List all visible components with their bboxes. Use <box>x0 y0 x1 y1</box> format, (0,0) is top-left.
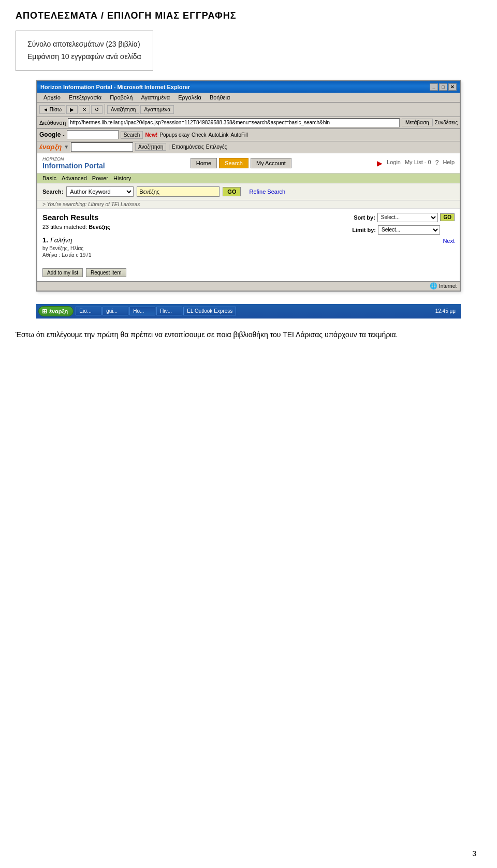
info-portal-label: Information Portal <box>42 162 105 170</box>
search-go-button[interactable]: GO <box>223 187 241 196</box>
taskbar-items: Εισ... gui... Ho... Πιν... EL Outlook Ex… <box>76 307 430 315</box>
search-type-select[interactable]: Author Keyword <box>66 186 134 197</box>
window-controls: _ □ ✕ <box>430 83 457 91</box>
login-icon: ▶ <box>377 159 383 167</box>
search-tabs: Basic Advanced Power History <box>37 173 460 183</box>
action-buttons: Add to my list Request Item <box>42 268 341 277</box>
taskbar-clock: 12:45 μμ <box>432 308 459 314</box>
limit-by-label: Limit by: <box>346 227 376 233</box>
bottom-line1: Έστω ότι επιλέγουμε την πρώτη θα πρέπει … <box>16 330 294 339</box>
menu-edit[interactable]: Επεξεργασία <box>65 93 106 102</box>
sort-select[interactable]: Select... <box>377 213 438 222</box>
results-count-query: Βενέζης <box>89 224 110 230</box>
search-label: Search: <box>42 189 63 195</box>
google-bar-sep: - <box>63 132 64 138</box>
login-link[interactable]: Login <box>387 159 401 167</box>
results-sidebar: Sort by: Select... GO Limit by: Select..… <box>346 213 455 277</box>
links-label[interactable]: Συνδέσεις <box>435 120 458 125</box>
minimize-button[interactable]: _ <box>430 83 438 91</box>
limit-row: Limit by: Select... <box>346 225 455 235</box>
address-input[interactable] <box>68 118 400 127</box>
address-bar: Διεύθυνση Μετάβαση Συνδέσεις <box>37 117 460 129</box>
home-button[interactable]: Home <box>191 158 217 168</box>
taskbar-item-5[interactable]: EL Outlook Express <box>183 307 236 315</box>
info-box: Σύνολο αποτελεσμάτων (23 βιβλία) Εμφάνισ… <box>16 31 153 71</box>
browser-window: Horizon Information Portal - Microsoft I… <box>36 80 461 292</box>
help-link[interactable]: Help <box>443 159 455 167</box>
tb-sep1 <box>105 104 105 114</box>
taskbar-item-2[interactable]: gui... <box>103 307 128 315</box>
internet-label: Internet <box>439 283 457 289</box>
add-to-list-button[interactable]: Add to my list <box>42 268 83 277</box>
taskbar-item-4[interactable]: Πιν... <box>156 307 182 315</box>
tab-basic[interactable]: Basic <box>42 175 56 181</box>
windows-logo-icon: ⊞ <box>42 308 47 315</box>
title-bar: Horizon Information Portal - Microsoft I… <box>37 81 460 93</box>
question-icon: ? <box>435 159 439 167</box>
result-number: 1. <box>42 236 48 244</box>
maximize-button[interactable]: □ <box>439 83 447 91</box>
results-main: Search Results 23 titles matched: Βενέζη… <box>42 213 341 277</box>
menu-tools[interactable]: Εργαλεία <box>174 93 206 102</box>
msn-search-input[interactable] <box>71 142 133 152</box>
msn-search-button[interactable]: Αναζήτηση <box>135 143 166 151</box>
bottom-text: Έστω ότι επιλέγουμε την πρώτη θα πρέπει … <box>16 329 481 340</box>
refresh-button[interactable]: ↺ <box>91 105 103 114</box>
refine-search-link[interactable]: Refine Search <box>249 189 285 195</box>
tab-advanced[interactable]: Advanced <box>62 175 87 181</box>
autolink-label[interactable]: AutoLink <box>208 132 228 138</box>
my-account-button[interactable]: My Account <box>251 158 291 168</box>
search-toolbar-button[interactable]: Αναζήτηση <box>107 105 139 114</box>
portal-links: ▶ Login My List - 0 ? Help <box>377 159 455 167</box>
stop-button[interactable]: ✕ <box>79 105 90 114</box>
menu-view[interactable]: Προβολή <box>106 93 137 102</box>
taskbar-item-1[interactable]: Εισ... <box>76 307 101 315</box>
google-bar: Google - Search New! Popups okay Check A… <box>37 129 460 141</box>
address-go-button[interactable]: Μετάβαση <box>402 119 433 126</box>
info-line2: Εμφάνιση 10 εγγραφών ανά σελίδα <box>27 51 141 63</box>
menu-help[interactable]: Βοήθεια <box>206 93 234 102</box>
popups-label[interactable]: Popups okay <box>159 132 189 138</box>
location-text: > You're searching: Library of TEI Laris… <box>42 201 140 207</box>
sort-by-label: Sort by: <box>346 214 375 221</box>
tab-power[interactable]: Power <box>92 175 108 181</box>
msn-logo: έναρξη <box>39 143 62 151</box>
check-label[interactable]: Check <box>192 132 206 138</box>
back-button[interactable]: ◄ Πίσω <box>39 105 65 114</box>
taskbar-item-3[interactable]: Ho... <box>129 307 155 315</box>
forward-button[interactable]: ▶ <box>66 105 78 114</box>
autofill-label[interactable]: AutoFill <box>230 132 247 138</box>
google-search-button[interactable]: Search <box>121 131 143 139</box>
sort-row: Sort by: Select... GO <box>346 213 455 222</box>
msn-bar: έναρξη ▼ Αναζήτηση | Επισημάνσεις Επιλογ… <box>37 141 460 153</box>
close-button[interactable]: ✕ <box>448 83 457 91</box>
google-logo: Google <box>39 131 61 138</box>
sort-go-button[interactable]: GO <box>440 213 455 221</box>
msn-bar-sep: | <box>168 144 170 150</box>
start-button[interactable]: ⊞ έναρξη <box>38 306 74 316</box>
search-nav-button[interactable]: Search <box>219 158 248 168</box>
tab-history[interactable]: History <box>113 175 131 181</box>
google-search-input[interactable] <box>67 130 119 139</box>
result-title-link[interactable]: Γαλήνη <box>50 236 72 244</box>
favorites-button[interactable]: Αγαπημένα <box>140 105 174 114</box>
limit-select[interactable]: Select... <box>378 225 440 235</box>
episimanseis-label[interactable]: Επισημάνσεις <box>172 144 204 150</box>
results-area: Search Results 23 titles matched: Βενέζη… <box>37 209 460 281</box>
search-query-input[interactable] <box>137 186 220 197</box>
menu-file[interactable]: Αρχείο <box>39 93 65 102</box>
portal-header: HORIZON Information Portal Home Search M… <box>37 153 460 173</box>
new-label: New! <box>145 132 157 138</box>
toolbar: ◄ Πίσω ▶ ✕ ↺ Αναζήτηση Αγαπημένα <box>37 103 460 117</box>
result-author: by Βενέζης, Ηλίας <box>42 245 341 251</box>
my-list-link[interactable]: My List - 0 <box>405 159 431 167</box>
request-item-button[interactable]: Request Item <box>86 268 126 277</box>
search-results-title: Search Results <box>42 213 341 222</box>
menu-favorites[interactable]: Αγαπημένα <box>137 93 174 102</box>
taskbar: ⊞ έναρξη Εισ... gui... Ho... Πιν... EL O… <box>36 304 461 319</box>
status-bar: 🌐 Internet <box>37 281 460 291</box>
epiloges-label[interactable]: Επιλογές <box>206 144 227 150</box>
page-heading: ΑΠΟΤΕΛΕΣΜΑΤΑ / ΕΠΙΛΟΓΗ ΜΙΑΣ ΕΓΓΡΑΦΗΣ <box>16 10 481 21</box>
bottom-line2: Λάρισας υπάρχουν τα τεκμήρια. <box>296 330 398 339</box>
next-link[interactable]: Next <box>346 238 455 244</box>
